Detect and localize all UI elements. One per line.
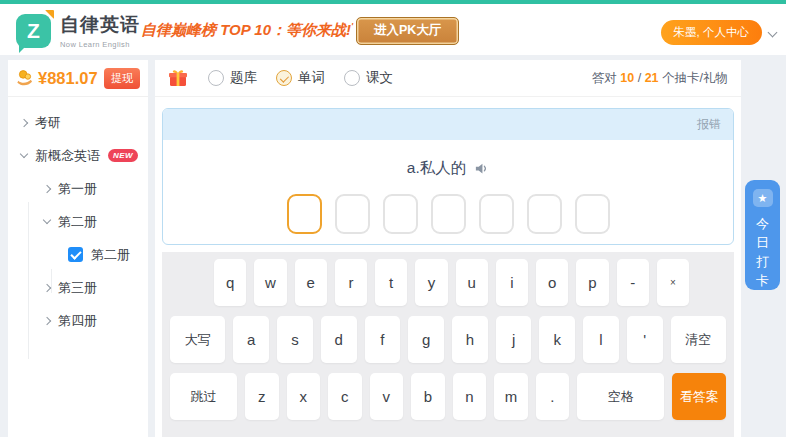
app-title: 自律英语 <box>60 12 140 38</box>
chevron-right-icon[interactable] <box>20 118 28 126</box>
tree-item-第一册[interactable]: 第一册 <box>8 172 148 205</box>
key-l[interactable]: l <box>583 316 619 363</box>
letter-box[interactable] <box>431 194 466 234</box>
checkbox-checked-icon[interactable] <box>68 247 83 262</box>
score-slash: / <box>638 71 641 85</box>
key-t[interactable]: t <box>375 259 407 306</box>
keyboard: qwertyuiop-×大写asdfghjkl'清空跳过zxcvbnm.空格看答… <box>162 252 734 437</box>
key-w[interactable]: w <box>254 259 286 306</box>
score-correct: 10 <box>620 71 634 85</box>
key-r[interactable]: r <box>335 259 367 306</box>
key-空格[interactable]: 空格 <box>577 373 664 420</box>
tree-item-第二册[interactable]: 第二册 <box>8 238 148 271</box>
chevron-down-icon[interactable] <box>768 28 778 38</box>
app-logo: Z 自律英语 Now Learn English <box>16 12 140 49</box>
chevron-down-icon[interactable] <box>20 150 28 158</box>
key-s[interactable]: s <box>277 316 313 363</box>
key-y[interactable]: y <box>415 259 447 306</box>
quiz-card-body: a.私人的 <box>163 158 733 234</box>
letter-box[interactable] <box>383 194 418 234</box>
key-backspace[interactable]: × <box>657 259 689 306</box>
key-大写[interactable]: 大写 <box>170 316 225 363</box>
new-badge: NEW <box>108 149 138 162</box>
tree-item-label: 第二册 <box>58 213 97 231</box>
tab-单词[interactable]: 单词 <box>276 69 325 87</box>
tree-item-label: 新概念英语 <box>35 147 100 165</box>
daily-checkin-button[interactable]: ★ 今日打卡 <box>745 180 780 290</box>
key-o[interactable]: o <box>536 259 568 306</box>
sidebar: ¥881.07 提现 考研新概念英语NEW第一册第二册第二册第三册第四册 <box>8 60 148 437</box>
letter-box[interactable] <box>335 194 370 234</box>
word-hint: a.私人的 <box>407 158 466 179</box>
logo-speech-bubble-icon: Z <box>16 14 51 48</box>
key--[interactable]: - <box>617 259 649 306</box>
chevron-down-icon[interactable] <box>43 216 51 224</box>
report-error-link[interactable]: 报错 <box>697 116 721 133</box>
key-'[interactable]: ' <box>627 316 663 363</box>
chevron-right-icon[interactable] <box>43 184 51 192</box>
balance-row: ¥881.07 提现 <box>8 60 148 97</box>
tree-item-第三册[interactable]: 第三册 <box>8 271 148 304</box>
tree-item-新概念英语[interactable]: 新概念英语NEW <box>8 139 148 172</box>
tree-item-label: 第二册 <box>91 246 130 264</box>
tab-label: 课文 <box>366 69 393 87</box>
key-n[interactable]: n <box>453 373 487 420</box>
key-g[interactable]: g <box>408 316 444 363</box>
key-e[interactable]: e <box>295 259 327 306</box>
radio-unchecked-icon[interactable] <box>344 70 360 86</box>
gift-icon <box>168 68 188 88</box>
app-subtitle: Now Learn English <box>60 40 140 49</box>
mode-tabs: 题库单词课文 <box>208 69 393 87</box>
main-panel: 题库单词课文 答对 10 / 21 个抽卡/礼物 报错 a.私人的 qwerty… <box>155 60 741 437</box>
key-f[interactable]: f <box>365 316 401 363</box>
withdraw-button[interactable]: 提现 <box>104 68 140 89</box>
quiz-card: 报错 a.私人的 <box>162 108 734 245</box>
tree-item-考研[interactable]: 考研 <box>8 106 148 139</box>
key-h[interactable]: h <box>452 316 488 363</box>
user-profile-button[interactable]: 朱墨, 个人中心 <box>661 20 762 45</box>
tree-guide-line <box>51 269 52 293</box>
key-v[interactable]: v <box>370 373 404 420</box>
score-total: 21 <box>645 71 659 85</box>
radio-checked-icon[interactable] <box>276 70 292 86</box>
see-answer-button[interactable]: 看答案 <box>672 373 726 420</box>
key-j[interactable]: j <box>496 316 532 363</box>
letter-box[interactable] <box>527 194 562 234</box>
key-z[interactable]: z <box>245 373 279 420</box>
key-.[interactable]: . <box>536 373 570 420</box>
key-q[interactable]: q <box>214 259 246 306</box>
tree-item-第四册[interactable]: 第四册 <box>8 304 148 337</box>
key-d[interactable]: d <box>321 316 357 363</box>
daily-checkin-label: 今日打卡 <box>755 214 770 290</box>
key-跳过[interactable]: 跳过 <box>170 373 237 420</box>
key-清空[interactable]: 清空 <box>671 316 726 363</box>
key-i[interactable]: i <box>496 259 528 306</box>
key-c[interactable]: c <box>328 373 362 420</box>
key-k[interactable]: k <box>539 316 575 363</box>
sidebar-tree: 考研新概念英语NEW第一册第二册第二册第三册第四册 <box>8 97 148 337</box>
tree-item-第二册[interactable]: 第二册 <box>8 205 148 238</box>
tab-题库[interactable]: 题库 <box>208 69 257 87</box>
letter-boxes <box>163 194 733 234</box>
score-suffix: 个抽卡/礼物 <box>662 71 728 85</box>
enter-pk-hall-button[interactable]: 进入PK大厅 <box>356 17 459 45</box>
key-p[interactable]: p <box>576 259 608 306</box>
chevron-right-icon[interactable] <box>43 283 51 291</box>
radio-unchecked-icon[interactable] <box>208 70 224 86</box>
tree-item-label: 第四册 <box>58 312 97 330</box>
letter-box[interactable] <box>575 194 610 234</box>
balance-amount: ¥881.07 <box>38 69 98 88</box>
key-a[interactable]: a <box>233 316 269 363</box>
key-u[interactable]: u <box>456 259 488 306</box>
letter-box[interactable] <box>479 194 514 234</box>
tree-item-label: 第三册 <box>58 279 97 297</box>
key-x[interactable]: x <box>287 373 321 420</box>
chevron-right-icon[interactable] <box>43 316 51 324</box>
speaker-icon[interactable] <box>474 161 489 176</box>
key-m[interactable]: m <box>494 373 528 420</box>
tree-guide-line <box>28 202 29 359</box>
letter-box-active[interactable] <box>287 194 322 234</box>
tree-item-label: 第一册 <box>58 180 97 198</box>
key-b[interactable]: b <box>411 373 445 420</box>
tab-课文[interactable]: 课文 <box>344 69 393 87</box>
